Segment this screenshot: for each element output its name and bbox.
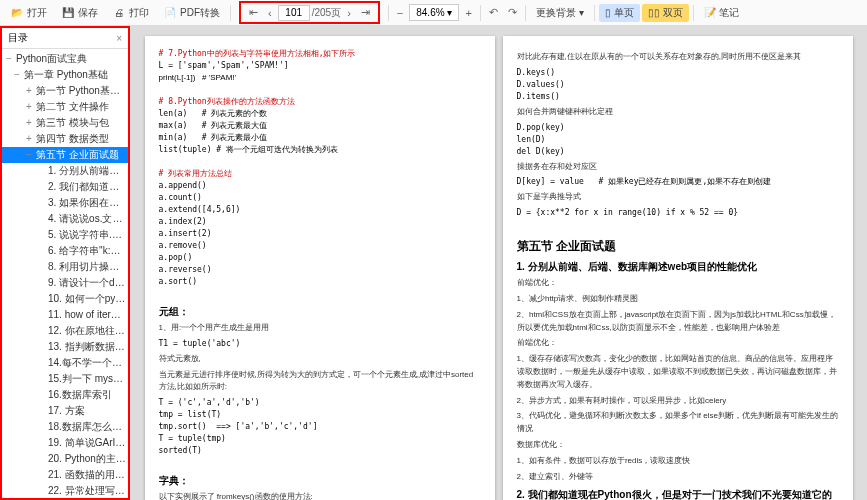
- outline-item[interactable]: 20. Python的主要功能是什么?: [2, 451, 128, 467]
- outline-item[interactable]: 14.每不学一个工具可以做取: [2, 355, 128, 371]
- outline-item[interactable]: 11. how of itera腿两个namedtup: [2, 307, 128, 323]
- sidebar-close-button[interactable]: ×: [116, 33, 122, 44]
- last-page-button[interactable]: ⇥: [357, 4, 374, 21]
- change-bg-button[interactable]: 更换背景 ▾: [530, 4, 590, 22]
- single-page-button[interactable]: ▯ 单页: [599, 4, 640, 22]
- outline-item[interactable]: −第一章 Python基础: [2, 67, 128, 83]
- outline-item[interactable]: +第三节 模块与包: [2, 115, 128, 131]
- rotate-right-button[interactable]: ↷: [504, 4, 521, 21]
- outline-item[interactable]: 8. 利用切片操作，实现一个tri: [2, 259, 128, 275]
- print-button[interactable]: 🖨打印: [106, 4, 155, 22]
- page-number-input[interactable]: [278, 5, 310, 21]
- outline-item[interactable]: 22. 异常处理写法以及如何主: [2, 483, 128, 498]
- outline-item[interactable]: 1. 分别从前端、后端、数据库: [2, 163, 128, 179]
- outline-item[interactable]: +第一节 Python基础面试: [2, 83, 128, 99]
- page-right: 对比此存有建,住以在原从有的一个可以关系存在对象存的,同时所用不使区是来其 D.…: [503, 36, 853, 500]
- outline-tree[interactable]: −Python面试宝典−第一章 Python基础+第一节 Python基础面试+…: [2, 49, 128, 498]
- outline-item[interactable]: −Python面试宝典: [2, 51, 128, 67]
- double-page-button[interactable]: ▯▯ 双页: [642, 4, 689, 22]
- first-page-button[interactable]: ⇤: [245, 4, 262, 21]
- outline-item[interactable]: 10. 如何一个python的and-or: [2, 291, 128, 307]
- page-nav-group: ⇤ ‹ /205页 › ⇥: [239, 1, 380, 24]
- outline-item[interactable]: 16.数据库索引: [2, 387, 128, 403]
- outline-item[interactable]: 18.数据库怎么优化查询效率?: [2, 419, 128, 435]
- save-button[interactable]: 💾保存: [55, 4, 104, 22]
- outline-item[interactable]: +第四节 数据类型: [2, 131, 128, 147]
- page-total-label: /205页: [312, 6, 341, 20]
- outline-item[interactable]: 2. 我们都知道现在Python很: [2, 179, 128, 195]
- page-left: # 7.Python中的列表与字符串使用方法相相,如下所示 L = ['spam…: [145, 36, 495, 500]
- rotate-left-button[interactable]: ↶: [485, 4, 502, 21]
- note-button[interactable]: 📝 笔记: [698, 4, 745, 22]
- sidebar-title: 目录: [8, 31, 28, 45]
- outline-item[interactable]: 15.判一下 mysql 的原理?: [2, 371, 128, 387]
- outline-item[interactable]: −第五节 企业面试题: [2, 147, 128, 163]
- next-page-button[interactable]: ›: [343, 5, 355, 21]
- pdf-convert-button[interactable]: 📄PDF转换: [157, 4, 226, 22]
- zoom-level[interactable]: 84.6% ▾: [409, 4, 459, 21]
- outline-sidebar: 目录 × −Python面试宝典−第一章 Python基础+第一节 Python…: [0, 26, 130, 500]
- outline-item[interactable]: 6. 给字符串"k:1|k2:2|k3:3"转: [2, 243, 128, 259]
- open-button[interactable]: 📂打开: [4, 4, 53, 22]
- prev-page-button[interactable]: ‹: [264, 5, 276, 21]
- outline-item[interactable]: 19. 简单说GArID、并解释每: [2, 435, 128, 451]
- zoom-in-button[interactable]: +: [461, 5, 475, 21]
- outline-item[interactable]: 5. 说说字符串.str()?: [2, 227, 128, 243]
- outline-item[interactable]: 21. 函数描的用法及应用场景: [2, 467, 128, 483]
- outline-item[interactable]: 4. 请说说os.文件和.py文件的: [2, 211, 128, 227]
- outline-item[interactable]: 9. 请设计一个decorator，它: [2, 275, 128, 291]
- outline-item[interactable]: 12. 你在原地往存中，都是怎么: [2, 323, 128, 339]
- outline-item[interactable]: 3. 如果你困在了死循环里，怎: [2, 195, 128, 211]
- outline-item[interactable]: +第二节 文件操作: [2, 99, 128, 115]
- page-viewport[interactable]: # 7.Python中的列表与字符串使用方法相相,如下所示 L = ['spam…: [130, 26, 867, 500]
- outline-item[interactable]: 17. 方案: [2, 403, 128, 419]
- zoom-out-button[interactable]: −: [393, 5, 407, 21]
- outline-item[interactable]: 13. 指判断数据都被来用什么: [2, 339, 128, 355]
